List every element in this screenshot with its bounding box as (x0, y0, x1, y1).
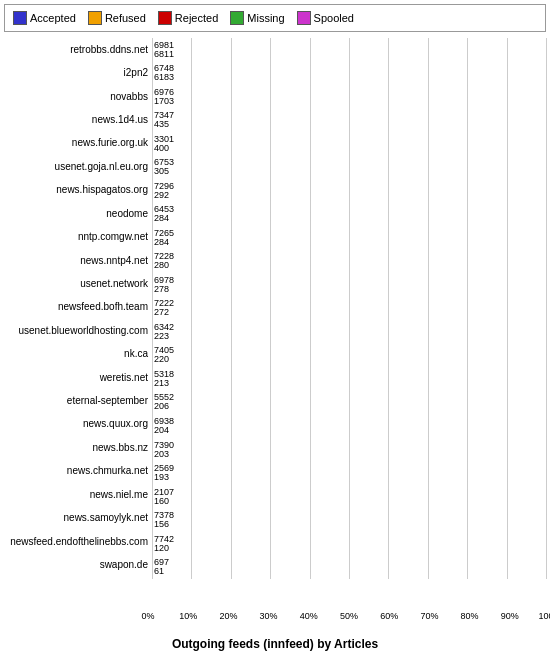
x-tick-label: 70% (420, 611, 438, 621)
bar-value-label: 7378156 (154, 511, 174, 529)
bar-row: 2107160 (152, 488, 546, 506)
y-label: usenet.blueworldhosting.com (4, 326, 152, 336)
bar-value-label: 6753305 (154, 158, 174, 176)
bar-row: 6938204 (152, 417, 546, 435)
bar-row: 7347435 (152, 111, 546, 129)
bar-value-label: 7222272 (154, 299, 174, 317)
x-title: Outgoing feeds (innfeed) by Articles (0, 637, 550, 655)
y-label: i2pn2 (4, 68, 152, 78)
legend-missing: Missing (230, 11, 284, 25)
y-label: neodome (4, 209, 152, 219)
x-tick-label: 50% (340, 611, 358, 621)
bar-row: 7296292 (152, 182, 546, 200)
bar-value-label: 7405220 (154, 346, 174, 364)
rejected-label: Rejected (175, 12, 218, 24)
bar-value-label: 7742120 (154, 535, 174, 553)
x-tick-label: 0% (141, 611, 154, 621)
bar-value-label: 7228280 (154, 252, 174, 270)
bar-value-label: 67486183 (154, 64, 174, 82)
bar-value-label: 69761 (154, 558, 169, 576)
x-tick-label: 30% (260, 611, 278, 621)
y-label: weretis.net (4, 373, 152, 383)
bar-row: 6978278 (152, 276, 546, 294)
bar-value-label: 2569193 (154, 464, 174, 482)
missing-label: Missing (247, 12, 284, 24)
bar-row: 6342223 (152, 323, 546, 341)
y-label: nk.ca (4, 349, 152, 359)
bar-row: 7390203 (152, 441, 546, 459)
legend-accepted: Accepted (13, 11, 76, 25)
y-label: news.nntp4.net (4, 256, 152, 266)
y-label: eternal-september (4, 396, 152, 406)
bar-value-label: 7347435 (154, 111, 174, 129)
y-label: retrobbs.ddns.net (4, 45, 152, 55)
bar-row: 7742120 (152, 535, 546, 553)
x-axis: 0%10%20%30%40%50%60%70%80%90%100% (148, 609, 550, 637)
bar-row: 6453284 (152, 205, 546, 223)
bar-value-label: 5318213 (154, 370, 174, 388)
rejected-swatch (158, 11, 172, 25)
legend-spooled: Spooled (297, 11, 354, 25)
refused-label: Refused (105, 12, 146, 24)
bar-value-label: 7390203 (154, 441, 174, 459)
bar-value-label: 69816811 (154, 41, 174, 59)
spooled-swatch (297, 11, 311, 25)
legend: Accepted Refused Rejected Missing Spoole… (4, 4, 546, 32)
bar-row: 5318213 (152, 370, 546, 388)
bar-row: 7265284 (152, 229, 546, 247)
y-label: news.niel.me (4, 490, 152, 500)
bar-value-label: 6978278 (154, 276, 174, 294)
bar-row: 69761703 (152, 88, 546, 106)
bar-row: 3301400 (152, 135, 546, 153)
bar-value-label: 5552206 (154, 393, 174, 411)
bar-row: 2569193 (152, 464, 546, 482)
grid-line (546, 38, 547, 579)
bar-value-label: 6938204 (154, 417, 174, 435)
y-label: news.hispagatos.org (4, 185, 152, 195)
y-label: news.1d4.us (4, 115, 152, 125)
bar-row: 5552206 (152, 393, 546, 411)
bar-value-label: 3301400 (154, 135, 174, 153)
legend-refused: Refused (88, 11, 146, 25)
y-label: usenet.goja.nl.eu.org (4, 162, 152, 172)
bar-value-label: 7265284 (154, 229, 174, 247)
y-label: news.furie.org.uk (4, 138, 152, 148)
spooled-label: Spooled (314, 12, 354, 24)
chart-container: Accepted Refused Rejected Missing Spoole… (0, 0, 550, 655)
bar-value-label: 69761703 (154, 88, 174, 106)
x-tick-label: 60% (380, 611, 398, 621)
y-label: swapon.de (4, 560, 152, 570)
bar-row: 69761 (152, 558, 546, 576)
bars-area: 6981681167486183697617037347435330140067… (152, 38, 546, 579)
bar-row: 7405220 (152, 346, 546, 364)
x-tick-label: 10% (179, 611, 197, 621)
bar-row: 7222272 (152, 299, 546, 317)
y-label: news.chmurka.net (4, 466, 152, 476)
x-tick-label: 20% (219, 611, 237, 621)
y-label: newsfeed.endofthelinebbs.com (4, 537, 152, 547)
bar-row: 67486183 (152, 64, 546, 82)
bar-value-label: 6342223 (154, 323, 174, 341)
missing-swatch (230, 11, 244, 25)
legend-rejected: Rejected (158, 11, 218, 25)
x-tick-label: 100% (538, 611, 550, 621)
bar-row: 6753305 (152, 158, 546, 176)
bar-row: 7228280 (152, 252, 546, 270)
x-tick-label: 80% (461, 611, 479, 621)
x-tick-label: 90% (501, 611, 519, 621)
accepted-swatch (13, 11, 27, 25)
bar-value-label: 6453284 (154, 205, 174, 223)
accepted-label: Accepted (30, 12, 76, 24)
chart-area: retrobbs.ddns.neti2pn2novabbsnews.1d4.us… (0, 36, 550, 609)
y-label: newsfeed.bofh.team (4, 302, 152, 312)
y-labels: retrobbs.ddns.neti2pn2novabbsnews.1d4.us… (4, 38, 152, 579)
y-label: nntp.comgw.net (4, 232, 152, 242)
y-label: news.samoylyk.net (4, 513, 152, 523)
y-label: news.quux.org (4, 419, 152, 429)
x-tick-label: 40% (300, 611, 318, 621)
bar-row: 7378156 (152, 511, 546, 529)
y-label: novabbs (4, 92, 152, 102)
y-label: usenet.network (4, 279, 152, 289)
refused-swatch (88, 11, 102, 25)
y-label: news.bbs.nz (4, 443, 152, 453)
